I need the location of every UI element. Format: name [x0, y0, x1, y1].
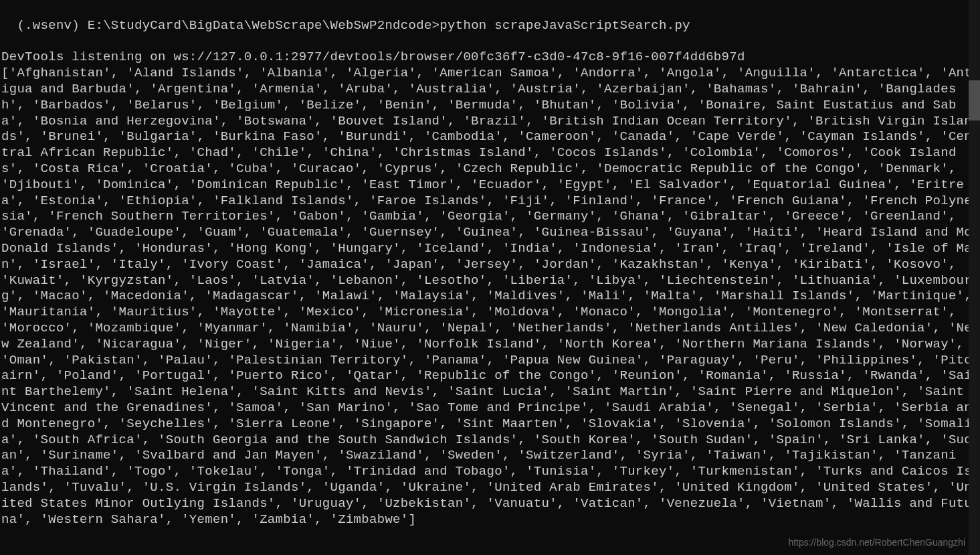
watermark-text: https://blog.csdn.net/RobertChenGuangzhi: [788, 535, 965, 551]
devtools-listening-line: DevTools listening on ws://127.0.0.1:297…: [1, 50, 745, 64]
vertical-scrollbar[interactable]: [969, 0, 980, 555]
prompt-command: python scrapeJavaScriptSearch.py: [439, 18, 690, 33]
prompt-env: (.wsenv): [17, 18, 80, 33]
script-output: ['Afghanistan', 'Aland Islands', 'Albani…: [1, 66, 980, 526]
scrollbar-thumb[interactable]: [969, 80, 980, 121]
terminal-window[interactable]: (.wsenv) E:\StudyCard\BigData\WebScrape\…: [0, 0, 980, 555]
prompt-line: (.wsenv) E:\StudyCard\BigData\WebScrape\…: [17, 18, 690, 33]
prompt-path: E:\StudyCard\BigData\WebScrape\WebSwP2nd…: [88, 18, 440, 33]
